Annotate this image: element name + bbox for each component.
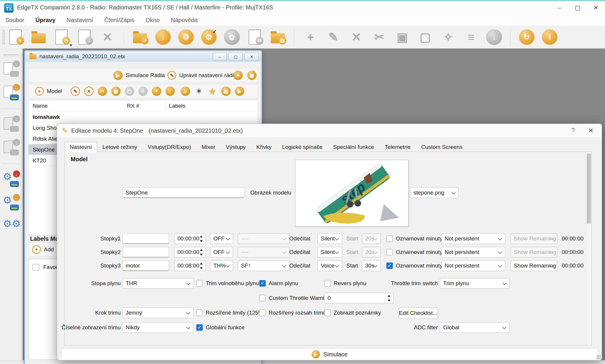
custom-throttle-warning-checkbox[interactable] xyxy=(259,295,266,301)
close-file-icon[interactable]: ✕ xyxy=(99,29,115,45)
read-firmware-icon[interactable]: ⚙← xyxy=(3,195,19,211)
file-minimize-icon[interactable]: – xyxy=(213,53,227,61)
tab-telemetrie[interactable]: Telemetrie xyxy=(380,142,416,152)
favorites-checkbox[interactable] xyxy=(33,264,39,270)
timer3-time-spinner[interactable]: 00:08:00 xyxy=(174,260,206,271)
folder-icon[interactable]: ▱ xyxy=(181,87,190,96)
timer3-persistence-select[interactable]: Not persistent xyxy=(441,260,505,271)
write-backup-to-radio-icon[interactable]: ↓ xyxy=(3,117,19,132)
sync-icon[interactable]: ↻ xyxy=(519,29,535,45)
model-image-select[interactable]: stepone.png xyxy=(410,187,459,198)
write-radio-icon[interactable]: ↓ xyxy=(155,29,171,45)
timer2-countdown-select[interactable]: Silent xyxy=(318,247,342,257)
read-models-from-radio-icon[interactable]: ← xyxy=(3,85,19,101)
timer2-switch-select[interactable]: ---- xyxy=(238,247,290,257)
customize-splash-icon[interactable]: ✿ xyxy=(224,29,240,45)
timer2-persistence-select[interactable]: Not persistent xyxy=(441,247,505,257)
timer1-mode-select[interactable]: OFF xyxy=(210,233,233,244)
edit-model-icon[interactable]: ✎ xyxy=(71,87,80,96)
tab-v-stupy[interactable]: Výstupy xyxy=(221,142,251,152)
timer1-name-input[interactable] xyxy=(122,233,169,244)
global-functions-checkbox[interactable] xyxy=(196,324,203,331)
app-settings-icon[interactable]: ⚙ xyxy=(178,29,194,45)
wizard-icon[interactable]: ✧ xyxy=(138,87,148,96)
timer3-display-select[interactable]: Show Remaining xyxy=(511,260,557,271)
panel-scrollbar[interactable] xyxy=(586,152,591,345)
menu-item-5[interactable]: Okno xyxy=(146,17,160,24)
custom-throttle-warning-spinner[interactable]: 0 xyxy=(324,293,393,303)
favorite-icon[interactable]: ★ xyxy=(208,87,217,96)
import-model-icon[interactable]: ↓ xyxy=(165,87,175,96)
paste-model-icon[interactable]: ▢ xyxy=(417,29,433,45)
timer2-name-input[interactable] xyxy=(122,247,169,257)
help-icon[interactable]: ? xyxy=(571,127,575,134)
timer2-start-select[interactable]: 20s xyxy=(362,247,381,257)
tab-speci-ln-funkce[interactable]: Speciální funkce xyxy=(328,142,379,152)
timer3-countdown-select[interactable]: Voice xyxy=(318,260,342,271)
menu-item-4[interactable]: Čtení/Zápis xyxy=(104,17,134,24)
toolbar-grip[interactable] xyxy=(2,30,5,44)
maximize-icon[interactable]: ▢ xyxy=(569,1,587,14)
timer1-minute-call-checkbox[interactable] xyxy=(386,235,393,242)
timer3-start-select[interactable]: 30s xyxy=(362,260,381,271)
col-labels[interactable]: Labels xyxy=(169,100,185,112)
throttle-source-select[interactable]: THR xyxy=(122,278,194,289)
tab-letov-re-imy[interactable]: Letové režimy xyxy=(97,142,142,152)
add-model-icon[interactable]: + xyxy=(302,29,318,45)
close-icon[interactable]: ✕ xyxy=(587,1,605,14)
dialog-close-icon[interactable]: ✕ xyxy=(588,127,594,134)
timer2-mode-select[interactable]: OFF xyxy=(210,247,233,257)
simulate-radio-button[interactable]: ▶ Simulace Rádia xyxy=(113,69,165,82)
dialog-resize-grip[interactable] xyxy=(596,355,601,359)
simulate-icon[interactable]: ▶ xyxy=(235,87,244,96)
sdcard-sync-icon[interactable]: ▤ xyxy=(270,29,286,45)
throttle-alarm-checkbox[interactable] xyxy=(259,280,266,287)
edit-checklist-button[interactable]: Edit Checklist... xyxy=(398,308,438,319)
write-firmware-icon[interactable]: ⚙↓ xyxy=(3,172,19,187)
wand-icon[interactable]: ✶ xyxy=(194,87,204,96)
copy-radio-icon[interactable]: ✦ xyxy=(233,69,243,82)
edit-radio-settings-button[interactable]: ✎ Upravit nastavení rádia xyxy=(167,69,237,82)
add-label-button[interactable]: + Add xyxy=(32,243,54,256)
cut-model-icon[interactable]: ✂ xyxy=(371,29,387,45)
adc-filter-select[interactable]: Global xyxy=(440,322,510,333)
save-file-icon[interactable]: ↓ xyxy=(77,29,92,45)
timer1-persistence-select[interactable]: Not persistent xyxy=(441,233,505,244)
idle-trim-checkbox[interactable] xyxy=(196,280,203,287)
dialog-titlebar[interactable]: ✎ Editace modelu 4: StepOne (nastaveni_r… xyxy=(57,124,602,138)
menu-item-3[interactable]: Nastavení xyxy=(67,17,93,24)
trim-step-select[interactable]: Jemný xyxy=(122,308,194,318)
write-models-to-radio-icon[interactable]: ↓ xyxy=(3,62,19,77)
timer2-minute-call-checkbox[interactable] xyxy=(386,249,393,255)
timer3-minute-call-checkbox[interactable] xyxy=(386,262,393,269)
timer2-display-select[interactable]: Show Remaining xyxy=(511,247,557,257)
extended-limits-checkbox[interactable] xyxy=(196,310,203,316)
numeric-trim-select[interactable]: Nikdy xyxy=(122,322,194,333)
throttle-trim-switch-select[interactable]: Trim plynu xyxy=(440,278,510,289)
tab-logick-sp-na-e[interactable]: Logické spínače xyxy=(277,142,328,152)
file-maximize-icon[interactable]: ▢ xyxy=(229,53,243,61)
timer1-display-select[interactable]: Show Remaining xyxy=(511,233,557,244)
tab-mixer[interactable]: Mixer xyxy=(196,142,220,152)
model-row-1[interactable]: tomahawk xyxy=(29,112,258,122)
configure-connection-icon[interactable]: ⚙⚙ xyxy=(3,219,19,235)
print-compare-icon[interactable]: ⇄ xyxy=(247,29,263,45)
scrollbar-thumb[interactable] xyxy=(587,154,591,224)
recent-files-icon[interactable]: ◷ xyxy=(54,29,69,45)
menu-item-6[interactable]: Nápověda xyxy=(171,17,197,24)
new-file-icon[interactable]: + xyxy=(8,29,24,45)
menu-item-1[interactable]: Soubor xyxy=(5,17,24,24)
radio-profile-icon[interactable]: ⚙✓ xyxy=(201,29,217,45)
backup-radio-icon[interactable]: ↓ xyxy=(3,140,19,156)
paste-model-icon[interactable]: ▢ xyxy=(125,87,134,96)
reverse-throttle-checkbox[interactable] xyxy=(324,280,331,287)
minimize-icon[interactable]: – xyxy=(550,1,569,14)
col-rx[interactable]: RX # xyxy=(127,100,139,112)
cut-model-icon[interactable]: ✂ xyxy=(98,87,107,96)
download-icon[interactable]: ↓ xyxy=(486,29,502,45)
timer1-start-select[interactable]: 20s xyxy=(362,233,381,244)
open-profile-icon[interactable]: ↗ xyxy=(132,29,148,45)
paste-radio-icon[interactable]: ▣ xyxy=(247,69,257,82)
sidebar-grip[interactable] xyxy=(4,54,19,56)
copy-model-icon[interactable]: ▣ xyxy=(394,29,410,45)
